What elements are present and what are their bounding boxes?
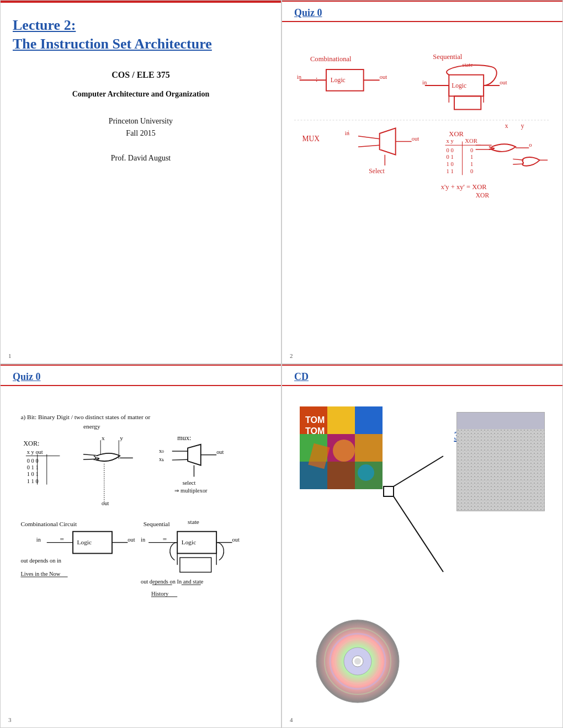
svg-text:⇒ multiplexor: ⇒ multiplexor [174,488,208,494]
svg-rect-143 [457,429,545,511]
slide-number-3: 3 [8,716,12,723]
svg-text:Combinational: Combinational [310,56,352,63]
svg-rect-135 [384,486,394,496]
svg-line-68 [83,459,97,459]
svg-text:out: out [500,79,507,85]
svg-text:in: in [422,79,427,85]
svg-text:1  1   0: 1 1 0 [27,478,39,484]
slide-2: Quiz 0 Combinational Sequential state Lo… [282,0,563,364]
svg-text:TOM: TOM [305,426,325,436]
svg-text:out depends on in: out depends on in [20,558,61,564]
slide-details: Princeton University Fall 2015 Prof. Dav… [13,115,269,165]
svg-line-67 [83,454,97,456]
red-line-2b [282,21,562,22]
slide-4-title: CD [294,371,562,383]
cd-image [300,590,416,705]
svg-text:mux:: mux: [177,434,191,442]
svg-text:state: state [188,518,199,525]
slide-3-header: Quiz 0 [1,365,281,386]
svg-line-22 [358,136,380,139]
slide-4-content: 3 Miles of Music TOM TOM [294,401,550,722]
semester: Fall 2015 [126,129,155,137]
slide-course: COS / ELE 375 [13,70,269,80]
slide-title: Lecture 2: The Instruction Set Architect… [13,16,212,53]
svg-rect-121 [327,462,355,489]
svg-text:XOR: XOR [476,192,490,199]
slide-1: Lecture 2: The Instruction Set Architect… [0,0,282,364]
svg-text:=: = [163,535,167,543]
slide-2-header: Quiz 0 [282,1,562,22]
svg-text:0  0   0: 0 0 0 [27,458,39,464]
svg-text:0  1   1: 0 1 1 [27,464,39,470]
svg-text:=: = [60,535,63,543]
svg-text:History: History [151,591,169,597]
svg-text:1  1: 1 1 [447,168,454,174]
svg-text:x  y: x y [447,138,454,144]
svg-rect-116 [355,406,383,434]
svg-line-137 [394,496,443,572]
svg-text:x: x [505,122,508,130]
svg-point-125 [333,440,355,462]
svg-text:XOR: XOR [449,130,464,138]
svg-marker-73 [188,445,201,465]
svg-text:in: in [297,74,302,80]
svg-rect-16 [454,96,481,109]
slide-2-diagram: Combinational Sequential state Logic in … [294,37,550,358]
cd-zoom [456,412,545,511]
slide-3-diagram: a) Bit: Binary Digit / two distinct stat… [15,404,266,711]
slide-3-content: a) Bit: Binary Digit / two distinct stat… [13,401,269,716]
svg-text:out: out [128,537,135,543]
slide-3-title: Quiz 0 [13,371,281,383]
slide-number-1: 1 [8,352,12,359]
svg-text:Logic: Logic [331,77,346,84]
svg-text::: : [348,129,349,135]
slide-description: Computer Architecture and Organization [13,90,269,99]
svg-rect-138 [457,413,545,429]
svg-text:out: out [412,136,419,142]
svg-text:y: y [120,435,123,441]
svg-rect-115 [327,406,355,434]
svg-marker-21 [380,128,396,154]
slide-number-4: 4 [290,716,293,723]
svg-text:x  y  out: x y out [27,449,43,455]
svg-text:0: 0 [470,168,473,174]
svg-point-131 [354,658,361,665]
svg-text:Logic: Logic [77,539,92,545]
red-line-4b [282,385,562,386]
svg-text:out depends on In and state: out depends on In and state [141,579,204,585]
svg-line-75 [172,459,188,460]
university-name: Princeton University [109,117,173,125]
svg-text:1: 1 [470,161,473,167]
svg-text:Sequential: Sequential [144,521,170,527]
slide-2-content: Combinational Sequential state Logic in … [294,37,550,358]
slide-3: Quiz 0 a) Bit: Binary Digit / two distin… [0,364,282,728]
svg-text:x₀: x₀ [159,448,164,454]
svg-text:o: o [529,142,532,148]
svg-text:in: in [36,537,41,543]
slide-number-2: 2 [290,352,293,359]
svg-line-136 [394,456,443,486]
svg-rect-119 [355,434,383,462]
red-line-2 [282,1,562,2]
red-line-3 [1,365,281,366]
svg-text:Select: Select [369,168,385,175]
svg-text:Sequential: Sequential [433,53,462,61]
svg-text:TOM: TOM [305,415,325,425]
svg-line-23 [358,145,380,147]
album-art: TOM TOM [300,406,383,489]
svg-text::: : [316,75,318,83]
svg-text:out: out [216,449,224,455]
svg-point-127 [358,464,374,481]
slide-grid: Lecture 2: The Instruction Set Architect… [0,0,563,728]
red-line-3b [1,385,281,386]
svg-text:in: in [141,537,146,543]
svg-text:out: out [380,74,387,80]
red-bar-1 [1,1,281,3]
slide-4: CD 3 Miles of Music [282,364,563,728]
svg-text:energy: energy [83,423,100,430]
svg-rect-105 [180,558,211,572]
slide-4-header: CD [282,365,562,386]
svg-text:x: x [102,435,105,441]
svg-text:0  0: 0 0 [447,147,454,153]
svg-text:0  1: 0 1 [447,154,454,160]
